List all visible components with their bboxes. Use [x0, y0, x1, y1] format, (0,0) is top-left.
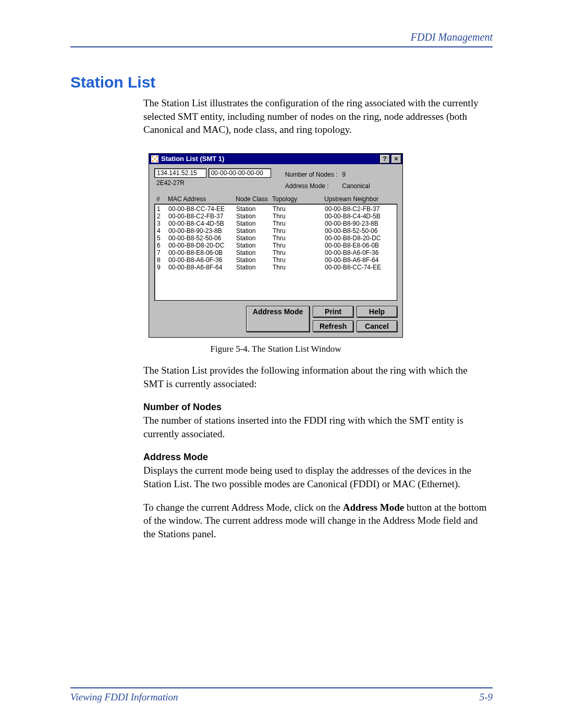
- cell-idx: 6: [157, 242, 168, 249]
- table-row[interactable]: 800-00-B8-A6-0F-36StationThru00-00-B8-A6…: [155, 256, 397, 264]
- print-button[interactable]: Print: [313, 306, 353, 317]
- cell-up: 00-00-B8-CC-74-EE: [325, 264, 397, 271]
- footer-right: 5-9: [480, 692, 493, 703]
- cell-topo: Thru: [273, 213, 325, 220]
- nodes-value: 9: [341, 169, 373, 180]
- cell-up: 00-00-B8-C4-4D-5B: [325, 213, 397, 220]
- cell-idx: 3: [157, 220, 168, 227]
- body-intro-2: The Station List provides the following …: [143, 364, 487, 390]
- cell-up: 00-00-B8-A6-8F-64: [325, 256, 397, 264]
- cell-topo: Thru: [273, 227, 325, 235]
- cell-class: Station: [236, 227, 273, 235]
- def-nodes-heading: Number of Nodes: [143, 402, 487, 413]
- cell-class: Station: [236, 256, 273, 264]
- app-icon: [151, 155, 158, 163]
- cell-mac: 00-00-B8-A6-8F-64: [168, 264, 236, 271]
- cell-class: Station: [236, 235, 273, 242]
- table-header: # MAC Address Node Class Topology Upstre…: [154, 195, 397, 203]
- cell-mac: 00-00-B8-90-23-8B: [168, 227, 236, 235]
- titlebar[interactable]: Station List (SMT 1) ? ×: [149, 154, 402, 164]
- table-row[interactable]: 200-00-B8-C2-FB-37StationThru00-00-B8-C4…: [155, 213, 397, 220]
- cell-class: Station: [236, 264, 273, 271]
- def-mode-text: Displays the current mode being used to …: [143, 464, 487, 490]
- help-button[interactable]: ?: [380, 154, 390, 164]
- cell-class: Station: [236, 242, 273, 249]
- cell-idx: 8: [157, 256, 168, 264]
- cell-up: 00-00-B8-A6-0F-36: [325, 249, 397, 256]
- cancel-button[interactable]: Cancel: [357, 320, 397, 332]
- cell-idx: 7: [157, 249, 168, 256]
- def-mode-paragraph-2: To change the current Address Mode, clic…: [143, 501, 487, 541]
- cell-class: Station: [236, 205, 273, 213]
- cell-topo: Thru: [273, 235, 325, 242]
- mode-value: Canonical: [341, 181, 373, 191]
- cell-topo: Thru: [273, 220, 325, 227]
- svg-point-2: [156, 156, 158, 157]
- mode-p2-bold: Address Mode: [343, 502, 404, 513]
- cell-mac: 00-00-B8-D8-20-DC: [168, 242, 236, 249]
- table-row[interactable]: 900-00-B8-A6-8F-64StationThru00-00-B8-CC…: [155, 264, 397, 271]
- cell-class: Station: [236, 213, 273, 220]
- cell-up: 00-00-B8-52-50-06: [325, 227, 397, 235]
- footer-rule: [70, 687, 493, 688]
- cell-idx: 4: [157, 227, 168, 235]
- station-list-window: Station List (SMT 1) ? × 134.141.52.15 0…: [149, 153, 403, 338]
- table-row[interactable]: 700-00-B8-E8-06-0BStationThru00-00-B8-A6…: [155, 249, 397, 256]
- intro-paragraph: The Station List illustrates the configu…: [143, 96, 487, 137]
- station-list[interactable]: 100-00-B8-CC-74-EEStationThru00-00-B8-C2…: [154, 204, 397, 301]
- svg-point-1: [152, 156, 154, 157]
- cell-mac: 00-00-B8-C2-FB-37: [168, 213, 236, 220]
- cell-idx: 1: [157, 205, 168, 213]
- cell-up: 00-00-B8-90-23-8B: [325, 220, 397, 227]
- table-row[interactable]: 500-00-B8-52-50-06StationThru00-00-B8-D8…: [155, 235, 397, 242]
- figure-caption: Figure 5-4. The Station List Window: [143, 344, 408, 354]
- mode-label: Address Mode :: [285, 181, 341, 191]
- footer-left: Viewing FDDI Information: [70, 692, 178, 703]
- cell-topo: Thru: [273, 249, 325, 256]
- svg-point-3: [152, 160, 154, 162]
- cell-idx: 5: [157, 235, 168, 242]
- address-mode-button[interactable]: Address Mode: [246, 306, 310, 332]
- table-row[interactable]: 300-00-B8-C4-4D-5BStationThru00-00-B8-90…: [155, 220, 397, 227]
- window-title: Station List (SMT 1): [161, 155, 378, 163]
- cell-class: Station: [236, 220, 273, 227]
- cell-idx: 9: [157, 264, 168, 271]
- mode-p2-a: To change the current Address Mode, clic…: [143, 502, 343, 513]
- cell-mac: 00-00-B8-A6-0F-36: [168, 256, 236, 264]
- table-row[interactable]: 600-00-B8-D8-20-DCStationThru00-00-B8-E8…: [155, 242, 397, 249]
- help-button-2[interactable]: Help: [357, 306, 397, 317]
- svg-point-5: [154, 158, 156, 159]
- cell-up: 00-00-B8-C2-FB-37: [325, 205, 397, 213]
- page-title: Station List: [70, 73, 493, 91]
- col-index: #: [156, 195, 168, 203]
- table-row[interactable]: 400-00-B8-90-23-8BStationThru00-00-B8-52…: [155, 227, 397, 235]
- def-nodes-text: The number of stations inserted into the…: [143, 414, 487, 440]
- nodes-label: Number of Nodes :: [285, 169, 341, 180]
- svg-point-4: [156, 160, 158, 162]
- cell-topo: Thru: [273, 256, 325, 264]
- close-button[interactable]: ×: [391, 154, 401, 164]
- cell-idx: 2: [157, 213, 168, 220]
- cell-class: Station: [236, 249, 273, 256]
- mac-field[interactable]: 00-00-00-00-00-00: [209, 168, 271, 178]
- ip-field[interactable]: 134.141.52.15: [154, 168, 206, 178]
- cell-mac: 00-00-B8-E8-06-0B: [168, 249, 236, 256]
- cell-up: 00-00-B8-D8-20-DC: [325, 235, 397, 242]
- col-class: Node Class: [236, 195, 272, 203]
- cell-topo: Thru: [273, 264, 325, 271]
- refresh-button[interactable]: Refresh: [313, 320, 353, 332]
- header-rule: [70, 46, 493, 47]
- cell-topo: Thru: [273, 205, 325, 213]
- cell-mac: 00-00-B8-C4-4D-5B: [168, 220, 236, 227]
- def-mode-heading: Address Mode: [143, 452, 487, 463]
- device-label: 2E42-27R: [154, 179, 271, 187]
- cell-up: 00-00-B8-E8-06-0B: [325, 242, 397, 249]
- col-upstream: Upstream Neighbor: [324, 195, 397, 203]
- cell-topo: Thru: [273, 242, 325, 249]
- cell-mac: 00-00-B8-CC-74-EE: [168, 205, 236, 213]
- col-topology: Topology: [272, 195, 324, 203]
- running-header: FDDI Management: [70, 31, 493, 46]
- col-mac: MAC Address: [168, 195, 236, 203]
- table-row[interactable]: 100-00-B8-CC-74-EEStationThru00-00-B8-C2…: [155, 205, 397, 213]
- cell-mac: 00-00-B8-52-50-06: [168, 235, 236, 242]
